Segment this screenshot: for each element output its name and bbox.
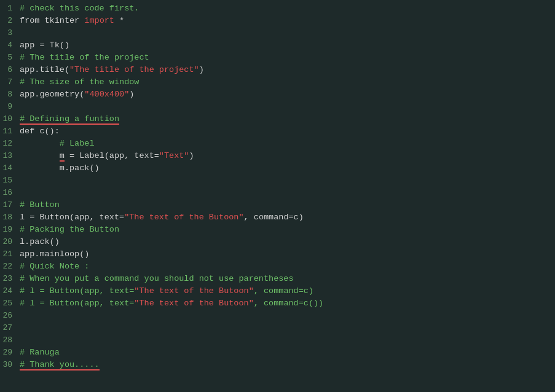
line-content bbox=[17, 101, 555, 113]
code-line: 7# The size of the window bbox=[0, 76, 555, 88]
token: * bbox=[114, 16, 124, 25]
token: # Defining a funtion bbox=[20, 114, 119, 125]
line-content: # check this code first. bbox=[17, 2, 555, 15]
line-content bbox=[17, 322, 555, 334]
code-line: 3 bbox=[0, 27, 555, 39]
token: app.geometry( bbox=[20, 90, 84, 99]
line-number: 3 bbox=[0, 27, 17, 39]
line-number: 9 bbox=[0, 101, 17, 113]
line-number: 18 bbox=[0, 211, 17, 224]
line-content: app = Tk() bbox=[17, 39, 555, 52]
line-content: # Label bbox=[17, 138, 555, 150]
line-number: 12 bbox=[0, 138, 17, 150]
code-line: 21app.mainloop() bbox=[0, 248, 555, 261]
token: ) bbox=[129, 90, 134, 99]
line-content bbox=[17, 27, 555, 39]
code-line: 11def c(): bbox=[0, 125, 555, 138]
code-line: 13 m = Label(app, text="Text") bbox=[0, 150, 555, 162]
code-editor: 1# check this code first.2from tkinter i… bbox=[0, 0, 555, 392]
line-content: def c(): bbox=[17, 125, 555, 138]
token: # Label bbox=[20, 139, 95, 148]
line-number: 27 bbox=[0, 322, 17, 334]
token: = Label(app, text= bbox=[65, 151, 159, 160]
line-number: 19 bbox=[0, 224, 17, 236]
line-number: 7 bbox=[0, 76, 17, 88]
token: # The title of the project bbox=[20, 53, 149, 62]
token: m bbox=[60, 151, 65, 162]
line-number: 29 bbox=[0, 347, 17, 359]
line-number: 25 bbox=[0, 297, 17, 310]
line-content: # The title of the project bbox=[17, 52, 555, 64]
token: , command=c) bbox=[254, 286, 313, 296]
code-line: 17# Button bbox=[0, 199, 555, 211]
line-number: 24 bbox=[0, 285, 17, 297]
line-content: # The size of the window bbox=[17, 76, 555, 88]
line-content: # Defining a funtion bbox=[17, 113, 555, 125]
token: # The size of the window bbox=[20, 77, 139, 87]
code-line: 10# Defining a funtion bbox=[0, 113, 555, 125]
code-line: 19# Packing the Button bbox=[0, 224, 555, 236]
line-number: 22 bbox=[0, 261, 17, 273]
line-number: 15 bbox=[0, 174, 17, 187]
code-line: 25# l = Button(app, text="The text of th… bbox=[0, 297, 555, 310]
code-line: 12 # Label bbox=[0, 138, 555, 150]
code-line: 4app = Tk() bbox=[0, 39, 555, 52]
token: c bbox=[39, 127, 44, 136]
line-content: # l = Button(app, text="The text of the … bbox=[17, 297, 555, 310]
token: m.pack() bbox=[20, 163, 100, 173]
token bbox=[20, 151, 60, 160]
line-number: 28 bbox=[0, 334, 17, 347]
line-number: 26 bbox=[0, 310, 17, 322]
code-line: 15 bbox=[0, 174, 555, 187]
token: app = Tk() bbox=[20, 41, 69, 50]
line-number: 2 bbox=[0, 15, 17, 27]
line-number: 14 bbox=[0, 162, 17, 174]
token: "400x400" bbox=[84, 90, 129, 99]
token: app.title( bbox=[20, 65, 69, 74]
token: # Quick Note : bbox=[20, 262, 89, 271]
token: ) bbox=[189, 151, 194, 160]
code-line: 26 bbox=[0, 310, 555, 322]
token: "The text of the Butoon" bbox=[124, 213, 243, 222]
line-content bbox=[17, 187, 555, 199]
code-line: 20l.pack() bbox=[0, 236, 555, 248]
token: app.mainloop() bbox=[20, 249, 89, 259]
line-content: app.geometry("400x400") bbox=[17, 88, 555, 101]
line-content: # Thank you..... bbox=[17, 359, 555, 371]
line-number: 16 bbox=[0, 187, 17, 199]
token: def bbox=[20, 127, 39, 136]
code-line: 18l = Button(app, text="The text of the … bbox=[0, 211, 555, 224]
token: , command=c) bbox=[244, 213, 304, 222]
code-line: 24# l = Button(app, text="The text of th… bbox=[0, 285, 555, 297]
line-content: m = Label(app, text="Text") bbox=[17, 150, 555, 162]
token: (): bbox=[45, 127, 60, 136]
line-number: 23 bbox=[0, 273, 17, 285]
token: "The text of the Butoon" bbox=[134, 299, 253, 308]
token: # Ranuga bbox=[20, 348, 60, 357]
line-number: 4 bbox=[0, 39, 17, 52]
line-content bbox=[17, 174, 555, 187]
token: ) bbox=[199, 65, 204, 74]
token: l = Button(app, text= bbox=[20, 213, 124, 222]
code-line: 9 bbox=[0, 101, 555, 113]
code-line: 14 m.pack() bbox=[0, 162, 555, 174]
code-line: 23# When you put a command you should no… bbox=[0, 273, 555, 285]
line-number: 5 bbox=[0, 52, 17, 64]
line-content bbox=[17, 334, 555, 347]
token: , command=c()) bbox=[254, 299, 323, 308]
token: # When you put a command you should not … bbox=[20, 274, 294, 283]
token: "The text of the Butoon" bbox=[134, 286, 253, 296]
line-number: 30 bbox=[0, 359, 17, 371]
code-line: 29# Ranuga bbox=[0, 347, 555, 359]
token: # Packing the Button bbox=[20, 225, 119, 234]
line-content: app.mainloop() bbox=[17, 248, 555, 261]
token: l.pack() bbox=[20, 237, 60, 246]
token: # Thank you..... bbox=[20, 360, 100, 370]
line-content: l.pack() bbox=[17, 236, 555, 248]
code-line: 16 bbox=[0, 187, 555, 199]
code-line: 27 bbox=[0, 322, 555, 334]
line-content: # Ranuga bbox=[17, 347, 555, 359]
line-content: app.title("The title of the project") bbox=[17, 64, 555, 76]
line-content: # l = Button(app, text="The text of the … bbox=[17, 285, 555, 297]
line-number: 10 bbox=[0, 113, 17, 125]
